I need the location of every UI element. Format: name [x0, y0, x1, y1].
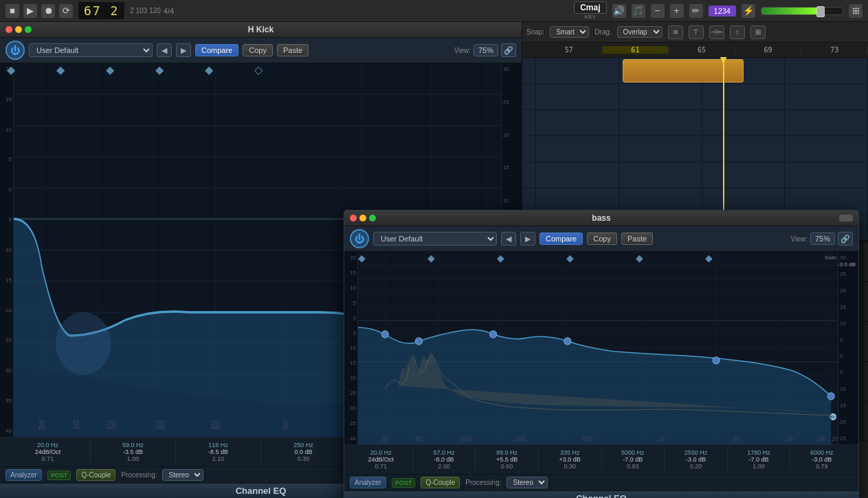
record-button[interactable]: ⏺ — [41, 4, 55, 18]
bass-next-preset[interactable]: ▶ — [520, 232, 535, 246]
link-button[interactable]: 🔗 — [501, 43, 516, 57]
bass-link-button[interactable]: 🔗 — [838, 232, 853, 246]
bass-prev-preset[interactable]: ◀ — [501, 232, 516, 246]
band-marker-5[interactable]: ◆ — [205, 63, 213, 76]
arr-cell — [785, 110, 868, 136]
grid-icon[interactable]: ⊞ — [750, 25, 766, 39]
view-percent[interactable]: 75% — [474, 44, 498, 56]
svg-point-54 — [713, 357, 720, 364]
snap-select[interactable]: Smart — [550, 26, 589, 38]
bass-close-dot[interactable] — [350, 215, 357, 221]
copy-button[interactable]: Copy — [243, 44, 273, 56]
arr-cell — [536, 110, 619, 136]
bass-power-button[interactable]: ⏻ — [350, 229, 369, 248]
insert-icon[interactable]: ⊤ — [689, 25, 704, 39]
arr-cell — [536, 84, 619, 109]
waveform-icon[interactable]: ≋ — [668, 25, 683, 39]
bass-maximize-dot[interactable] — [369, 215, 376, 221]
bass-eq-controls: ⏻ User Default ◀ ▶ Compare Copy Paste Vi… — [344, 226, 858, 252]
band-marker-2[interactable]: ◆ — [56, 63, 65, 76]
eq-controls-bar: ⏻ User Default ◀ ▶ Compare Copy Paste Vi… — [0, 38, 522, 63]
arr-cell — [702, 110, 786, 136]
view-label: View: — [454, 47, 471, 54]
bass-eq-display: ◆ ◆ ◆ ◆ ◆ ◆ 20 15 10 5 0 5 10 15 20 25 3… — [344, 252, 858, 444]
bass-copy-button[interactable]: Copy — [587, 232, 617, 245]
bass-collapse-button[interactable] — [839, 215, 853, 221]
drag-select[interactable]: Overlap — [617, 26, 663, 38]
metronome-icon[interactable]: 🎵 — [632, 4, 645, 18]
bass-analyzer-button[interactable]: Analyzer — [350, 477, 386, 488]
window-controls — [5, 26, 32, 33]
arr-cell — [536, 136, 619, 162]
bass-left-db-scale: 20 15 10 5 0 5 10 15 20 25 30 35 40 — [344, 252, 358, 444]
arr-cell — [785, 84, 868, 109]
bass-marker-3[interactable]: ◆ — [497, 252, 504, 263]
bass-qcouple-button[interactable]: Q-Couple — [421, 477, 460, 488]
maximize-dot[interactable] — [25, 26, 32, 33]
bass-processing-select[interactable]: Stereo — [507, 477, 548, 488]
key-label: KEY — [585, 14, 596, 20]
bass-paste-button[interactable]: Paste — [621, 232, 653, 245]
bass-marker-2[interactable]: ◆ — [427, 252, 435, 263]
play-button[interactable]: ▶ — [23, 4, 37, 18]
bass-marker-6[interactable]: ◆ — [705, 252, 713, 263]
minimize-dot[interactable] — [15, 26, 22, 33]
left-db-scale: 20 15 10 5 0 5 10 15 20 25 30 35 40 — [0, 63, 14, 437]
eq-band-2: 59.0 Hz -3.5 dB 1.00 — [91, 440, 176, 464]
arr-track-row-3 — [522, 110, 868, 136]
prev-preset-button[interactable]: ◀ — [157, 43, 172, 57]
tuner-icon[interactable]: ⚡ — [742, 4, 755, 18]
processing-select[interactable]: Stereo — [162, 469, 203, 481]
qcouple-button[interactable]: Q-Couple — [76, 469, 115, 481]
band-marker-1[interactable]: ◆ — [7, 63, 15, 76]
analyzer-button[interactable]: Analyzer — [5, 469, 42, 481]
bass-marker-1[interactable]: ◆ — [358, 252, 366, 263]
close-dot[interactable] — [5, 26, 12, 33]
loop-button[interactable]: ⟳ — [59, 4, 73, 18]
bass-view-label: View: — [791, 235, 808, 243]
stop-button[interactable]: ■ — [5, 4, 19, 18]
bass-marker-5[interactable]: ◆ — [636, 252, 643, 263]
bass-preset-dropdown[interactable]: User Default — [373, 232, 497, 246]
ruler-69: 69 — [735, 46, 802, 54]
speaker-icon[interactable]: 🔊 — [612, 4, 626, 18]
band-markers-top: ◆ ◆ ◆ ◆ ◆ ◇ — [0, 63, 501, 76]
bass-marker-4[interactable]: ◆ — [566, 252, 574, 263]
preset-dropdown[interactable]: User Default — [29, 43, 153, 57]
midi-icon[interactable]: 1234 — [709, 6, 736, 17]
bass-band-8: 6000 Hz -3.0 dB 0.79 — [790, 448, 853, 471]
band-marker-4[interactable]: ◆ — [155, 63, 164, 76]
next-preset-button[interactable]: ▶ — [176, 43, 191, 57]
bass-post-badge: POST — [392, 478, 416, 488]
pencil-icon[interactable]: ✏ — [689, 4, 703, 18]
svg-text:5k: 5k — [788, 435, 794, 442]
master-fader[interactable] — [761, 7, 843, 15]
band-marker-6[interactable]: ◇ — [254, 63, 263, 76]
svg-text:1k: 1k — [659, 435, 666, 442]
arr-cell — [536, 58, 619, 83]
bass-right-db-scale: 30 25 20 15 10 5 0 5 10 15 20 25 — [838, 252, 858, 444]
bass-compare-button[interactable]: Compare — [539, 232, 583, 245]
expand-icon[interactable]: ⊞ — [849, 4, 863, 18]
svg-point-53 — [564, 338, 571, 345]
scroll-icon[interactable]: ↕ — [730, 25, 745, 39]
arr-cell — [702, 136, 786, 162]
fit-icon[interactable]: ⊣⊢ — [709, 25, 724, 39]
minus-icon[interactable]: − — [651, 4, 665, 18]
paste-button[interactable]: Paste — [277, 44, 309, 56]
svg-point-52 — [490, 331, 497, 338]
svg-text:1k: 1k — [282, 418, 289, 432]
svg-text:50: 50 — [74, 418, 80, 432]
bass-band-markers-top: ◆ ◆ ◆ ◆ ◆ ◆ — [344, 252, 838, 264]
compare-button[interactable]: Compare — [195, 44, 238, 56]
bass-view-percent[interactable]: 75% — [810, 232, 835, 245]
plus-icon[interactable]: + — [670, 4, 684, 18]
eq-band-1: 20.0 Hz 24dB/Oct 0.71 — [5, 440, 91, 464]
band-marker-3[interactable]: ◆ — [106, 63, 114, 76]
arr-region-1[interactable] — [623, 59, 744, 83]
bass-minimize-dot[interactable] — [359, 215, 366, 221]
eq-power-button[interactable]: ⏻ — [5, 41, 25, 60]
bass-band-1: 20.0 Hz 24dB/Oct 0.71 — [350, 448, 413, 471]
arr-cell — [702, 162, 786, 188]
eq-window-title: H Kick — [248, 25, 274, 34]
